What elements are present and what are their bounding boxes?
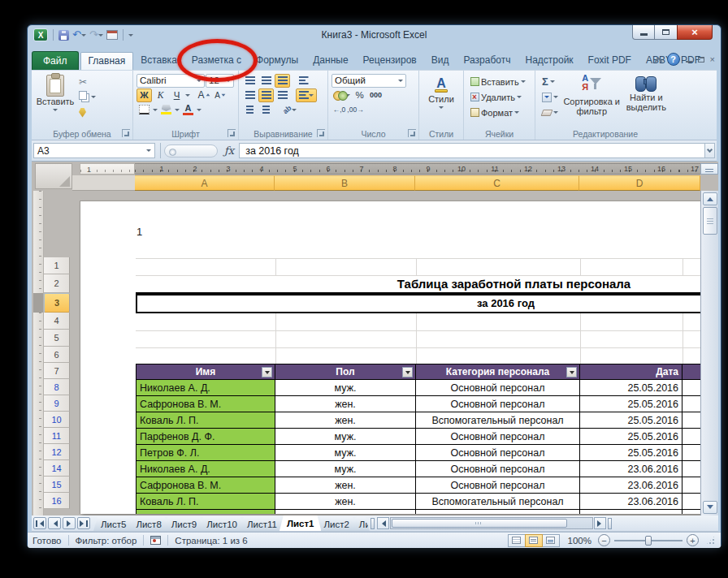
paste-button[interactable]: Вставить <box>35 73 76 119</box>
align-center-button[interactable] <box>258 88 274 102</box>
fill-color-button[interactable] <box>158 103 174 117</box>
scrollbar-thumb[interactable] <box>703 207 717 235</box>
vertical-scrollbar[interactable] <box>700 191 718 515</box>
cell[interactable]: Основной персонал <box>416 396 580 412</box>
row-header-16[interactable]: 16 <box>44 493 70 509</box>
scroll-left-button[interactable] <box>377 517 389 529</box>
cell[interactable]: Основной персонал <box>416 380 580 396</box>
column-header-d[interactable]: D <box>579 175 700 191</box>
last-sheet-button[interactable] <box>77 517 90 529</box>
format-painter-button[interactable] <box>76 106 99 119</box>
sheet-tab[interactable]: Лист9 <box>164 517 204 531</box>
cell[interactable]: Основной персонал <box>416 429 580 445</box>
column-header-c[interactable]: C <box>415 175 579 191</box>
resize-grip[interactable] <box>705 535 716 546</box>
row-header-14[interactable]: 14 <box>44 460 70 477</box>
row-header-2[interactable]: 2 <box>44 274 70 293</box>
font-color-button[interactable]: А <box>180 103 196 117</box>
ribbon-tab[interactable]: Файл <box>32 51 79 70</box>
autosum-button[interactable]: Σ <box>539 75 563 88</box>
merge-center-button[interactable] <box>296 88 317 102</box>
sheet-tab[interactable]: Лист10 <box>199 517 245 531</box>
bold-button[interactable]: Ж <box>136 88 152 102</box>
cell[interactable]: муж. <box>275 461 416 477</box>
decrease-decimal-button[interactable]: ,00→ <box>348 103 363 117</box>
cell[interactable]: 25.05.2016 <box>580 445 682 461</box>
cell[interactable]: 23.06.2016 <box>580 494 682 510</box>
styles-button[interactable]: А Стили <box>422 73 460 111</box>
shrink-font-button[interactable]: А <box>213 88 228 102</box>
sort-filter-button[interactable]: АЯ Сортировка и фильтр <box>563 73 621 119</box>
zoom-in-button[interactable]: + <box>687 534 699 546</box>
tab-split-handle[interactable] <box>370 518 375 529</box>
pane-split-handle[interactable] <box>608 518 612 529</box>
format-cells-button[interactable]: Формат <box>467 106 531 119</box>
ribbon-tab[interactable]: Разработч <box>456 52 518 70</box>
select-all-button[interactable] <box>35 163 72 189</box>
view-page-break-button[interactable] <box>542 534 560 547</box>
insert-cells-button[interactable]: Вставить <box>467 75 531 88</box>
wrap-text-button[interactable] <box>296 74 311 88</box>
cell[interactable]: жен. <box>275 477 416 494</box>
align-left-button[interactable] <box>242 88 258 102</box>
insert-function-button[interactable]: ƒx <box>224 144 234 157</box>
cut-button[interactable]: ✂ <box>76 75 99 88</box>
align-bottom-button[interactable] <box>275 74 290 88</box>
collapse-ribbon-icon[interactable] <box>654 57 662 65</box>
row-header-7[interactable]: 7 <box>44 363 70 379</box>
view-page-layout-button[interactable] <box>525 534 543 547</box>
orientation-button[interactable]: ab <box>282 103 297 117</box>
cell[interactable]: жен. <box>275 494 416 510</box>
cell[interactable]: Коваль Л. П. <box>136 494 275 510</box>
table-header-cell[interactable]: Пол <box>275 364 416 380</box>
row-header-10[interactable]: 10 <box>44 412 70 428</box>
cell[interactable]: жен. <box>275 412 416 429</box>
chevron-down-icon[interactable] <box>153 109 158 114</box>
name-box[interactable]: A3 <box>33 143 155 158</box>
sheet-subtitle-cell[interactable]: за 2016 год <box>275 295 682 312</box>
cell[interactable]: жен. <box>275 396 416 412</box>
cell[interactable]: 25.05.2016 <box>580 429 682 445</box>
cell[interactable]: Основной персонал <box>416 461 580 477</box>
row-header-15[interactable]: 15 <box>44 477 70 493</box>
scroll-up-button[interactable] <box>703 192 717 205</box>
row-header-3[interactable]: 3 <box>44 293 70 313</box>
doc-minimize-button[interactable] <box>686 57 692 63</box>
decrease-indent-button[interactable] <box>242 103 258 117</box>
dialog-launcher-icon[interactable] <box>122 129 130 137</box>
sheet-tab[interactable]: Лист11 <box>240 517 284 531</box>
horizontal-scrollbar[interactable] <box>377 517 614 529</box>
underline-button[interactable]: Ч <box>169 88 184 102</box>
row-header-11[interactable]: 11 <box>44 428 70 444</box>
grow-font-button[interactable]: А <box>197 88 212 102</box>
previous-sheet-button[interactable] <box>48 517 61 529</box>
row-header-1[interactable]: 1 <box>44 257 70 274</box>
scrollbar-track[interactable] <box>390 517 593 529</box>
italic-button[interactable]: К <box>153 88 168 102</box>
cell[interactable]: муж. <box>275 429 416 445</box>
sheet-tab[interactable]: Лист8 <box>128 517 168 531</box>
doc-close-button[interactable]: × <box>710 55 715 64</box>
cell[interactable]: 25.05.2016 <box>580 412 682 429</box>
cell[interactable]: 25.05.2016 <box>580 396 682 412</box>
align-right-button[interactable] <box>275 88 290 102</box>
filter-dropdown-icon[interactable] <box>262 367 272 377</box>
increase-decimal-button[interactable]: ←,0 <box>332 103 347 117</box>
sheet-tab[interactable]: Лист1 <box>280 515 322 531</box>
filter-dropdown-icon[interactable] <box>566 367 577 377</box>
row-header-4[interactable]: 4 <box>44 313 70 330</box>
dialog-launcher-icon[interactable] <box>317 129 325 137</box>
sheet-tab[interactable]: Лист5 <box>93 517 133 531</box>
row-header-6[interactable]: 6 <box>44 347 70 363</box>
ribbon-tab[interactable]: Foxit PDF <box>581 52 639 70</box>
cell[interactable]: 23.06.2016 <box>580 461 682 477</box>
scroll-right-button[interactable] <box>594 517 606 529</box>
cell[interactable]: Николаев А. Д. <box>136 461 275 477</box>
ribbon-tab[interactable]: Главная <box>80 52 134 70</box>
cell[interactable]: Основной персонал <box>416 445 580 461</box>
align-middle-button[interactable] <box>258 74 274 88</box>
help-icon[interactable]: ? <box>667 53 680 66</box>
row-header-9[interactable]: 9 <box>44 395 70 412</box>
delete-cells-button[interactable]: Удалить <box>467 90 531 104</box>
ribbon-tab[interactable]: Данные <box>306 52 355 70</box>
